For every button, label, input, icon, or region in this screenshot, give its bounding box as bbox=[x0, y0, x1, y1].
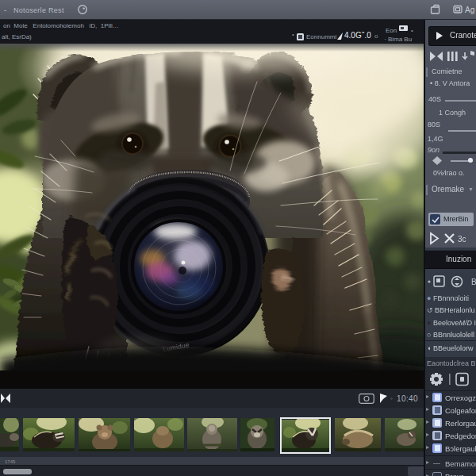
svg-text:B: B bbox=[471, 278, 476, 286]
svg-text:3c: 3c bbox=[458, 235, 466, 244]
